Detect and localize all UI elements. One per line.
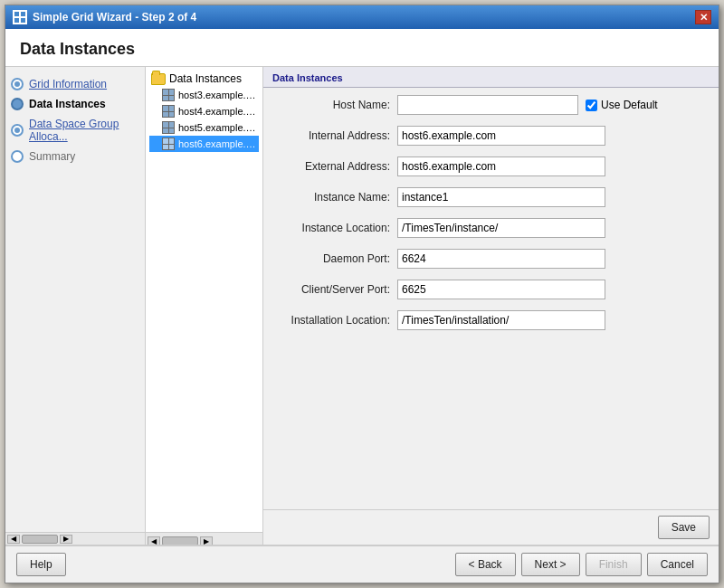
grid-icon-host4	[162, 105, 175, 118]
form-row-daemon-port: Daemon Port:	[272, 249, 710, 269]
step-circle-4	[11, 150, 24, 163]
label-instance-location: Instance Location:	[272, 222, 390, 234]
sidebar-label-summary: Summary	[29, 150, 75, 163]
footer: Help < Back Next > Finish Cancel	[5, 545, 719, 583]
footer-left: Help	[16, 553, 66, 576]
label-daemon-port: Daemon Port:	[272, 252, 390, 265]
main-window: Simple Grid Wizard - Step 2 of 4 ✕ Data …	[5, 5, 719, 583]
tree-panel: Data Instances host3.example.c...	[146, 67, 263, 545]
close-button[interactable]: ✕	[695, 10, 711, 24]
folder-icon	[151, 73, 166, 85]
use-default-text: Use Default	[601, 99, 658, 111]
form-panel: Data Instances Host Name: Use Default	[263, 67, 719, 545]
sidebar: Grid Information Data Instances Data Spa…	[5, 67, 146, 545]
tree-item-label-host6: host6.example.c...	[178, 138, 257, 149]
sidebar-nav: Grid Information Data Instances Data Spa…	[5, 67, 145, 532]
input-installation-location[interactable]	[397, 310, 605, 330]
page-title: Data Instances	[20, 40, 704, 59]
tree-item-host4[interactable]: host4.example.c...	[149, 103, 259, 119]
finish-button[interactable]: Finish	[586, 553, 642, 576]
scroll-left-arrow[interactable]: ◀	[7, 535, 20, 544]
input-hostname[interactable]	[397, 95, 578, 115]
svg-rect-2	[14, 18, 19, 23]
form-row-instance-name: Instance Name:	[272, 187, 710, 207]
app-icon	[13, 10, 27, 24]
title-bar: Simple Grid Wizard - Step 2 of 4 ✕	[5, 5, 719, 29]
save-row: Save	[263, 509, 719, 545]
scroll-right-arrow[interactable]: ▶	[60, 535, 72, 544]
tree-item-host6[interactable]: host6.example.c...	[149, 136, 259, 152]
tree-root-label: Data Instances	[169, 72, 242, 85]
label-installation-location: Installation Location:	[272, 314, 390, 327]
page-header: Data Instances	[5, 29, 719, 67]
sidebar-item-grid-information[interactable]: Grid Information	[5, 74, 145, 94]
input-client-server-port[interactable]	[397, 280, 605, 299]
title-bar-left: Simple Grid Wizard - Step 2 of 4	[13, 10, 196, 24]
tree-item-label-host3: host3.example.c...	[178, 90, 257, 100]
sidebar-item-data-instances[interactable]: Data Instances	[5, 94, 145, 114]
input-daemon-port[interactable]	[397, 249, 605, 269]
input-internal-address[interactable]	[397, 126, 605, 146]
save-button[interactable]: Save	[658, 516, 710, 539]
use-default-checkbox[interactable]	[586, 100, 597, 111]
sidebar-item-data-space-group[interactable]: Data Space Group Alloca...	[5, 114, 145, 147]
input-external-address[interactable]	[397, 156, 605, 176]
grid-icon-host5	[162, 121, 175, 134]
grid-icon-host3	[162, 89, 175, 101]
sidebar-label-data-space-group: Data Space Group Alloca...	[29, 118, 136, 143]
use-default-label[interactable]: Use Default	[586, 99, 658, 111]
sidebar-label-grid-information: Grid Information	[29, 78, 107, 90]
sidebar-item-summary: Summary	[5, 147, 145, 166]
label-external-address: External Address:	[272, 160, 390, 173]
svg-rect-0	[14, 12, 19, 16]
sidebar-scrollbar[interactable]: ◀ ▶	[5, 532, 145, 545]
sidebar-label-data-instances: Data Instances	[29, 98, 106, 110]
hostname-row: Use Default	[397, 95, 658, 115]
label-internal-address: Internal Address:	[272, 129, 390, 142]
main-content: Grid Information Data Instances Data Spa…	[5, 67, 719, 545]
footer-right: < Back Next > Finish Cancel	[455, 553, 708, 576]
tree-scroll-left[interactable]: ◀	[148, 536, 160, 545]
label-client-server-port: Client/Server Port:	[272, 283, 390, 296]
tree-item-label-host4: host4.example.c...	[178, 106, 257, 117]
tree-item-host3[interactable]: host3.example.c...	[149, 87, 259, 103]
input-instance-location[interactable]	[397, 218, 605, 238]
tree-scrollbar[interactable]: ◀ ▶	[146, 532, 262, 545]
tree-item-host5[interactable]: host5.example.c...	[149, 119, 259, 136]
svg-rect-1	[21, 12, 25, 16]
cancel-button[interactable]: Cancel	[647, 553, 708, 576]
tree-scroll-right[interactable]: ▶	[200, 536, 213, 545]
form-content: Host Name: Use Default Internal Address:	[263, 88, 719, 509]
form-row-client-server-port: Client/Server Port:	[272, 280, 710, 299]
back-button[interactable]: < Back	[455, 553, 516, 576]
svg-rect-3	[21, 18, 25, 23]
window-title: Simple Grid Wizard - Step 2 of 4	[33, 11, 196, 24]
step-circle-1	[11, 78, 24, 90]
step-circle-3	[11, 124, 24, 137]
help-button[interactable]: Help	[16, 553, 66, 576]
tree-scroll-thumb[interactable]	[162, 536, 198, 545]
scroll-thumb[interactable]	[22, 535, 58, 544]
input-instance-name[interactable]	[397, 187, 605, 207]
label-instance-name: Instance Name:	[272, 191, 390, 204]
label-hostname: Host Name:	[272, 99, 390, 111]
tree-inner: Data Instances host3.example.c...	[146, 67, 262, 532]
tree-root: Data Instances	[149, 71, 259, 87]
step-circle-2	[11, 98, 24, 110]
form-row-internal-address: Internal Address:	[272, 126, 710, 146]
grid-icon-host6	[162, 138, 175, 150]
form-section-title: Data Instances	[263, 67, 719, 88]
next-button[interactable]: Next >	[521, 553, 580, 576]
form-row-instance-location: Instance Location:	[272, 218, 710, 238]
form-row-external-address: External Address:	[272, 156, 710, 176]
form-row-hostname: Host Name: Use Default	[272, 95, 710, 115]
tree-item-label-host5: host5.example.c...	[178, 122, 257, 133]
form-row-installation-location: Installation Location:	[272, 310, 710, 330]
